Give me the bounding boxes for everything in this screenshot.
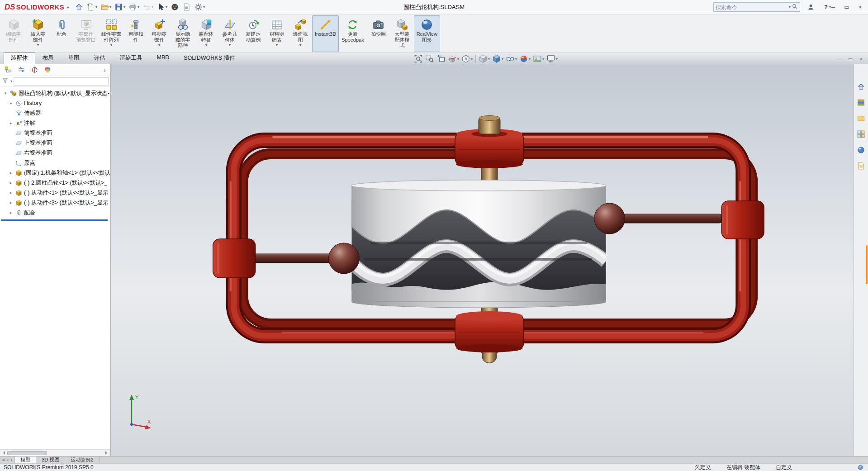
open-icon[interactable]: ▾ (100, 2, 112, 12)
zoom-to-fit-icon[interactable] (413, 54, 424, 64)
ribbon-button-new-motion-study[interactable]: 新建运 动算例 (242, 15, 265, 52)
ribbon-button-bom[interactable]: 材料明 细表▾ (265, 15, 289, 52)
view-palette-icon[interactable] (857, 130, 865, 138)
tree-item[interactable]: ▸(-) 从动件<1> (默认<<默认>_显示 (0, 188, 110, 198)
flyout-expand-icon[interactable]: › (104, 67, 106, 74)
tree-item[interactable]: 原点 (0, 158, 110, 168)
tree-item[interactable]: ▸(-) 从动件<3> (默认<<默认>_显示 (0, 198, 110, 208)
document-close-button[interactable]: × (857, 55, 865, 62)
document-tab-2[interactable]: 运动算例2 (65, 457, 99, 463)
featuremanager-tab[interactable] (5, 66, 12, 74)
file-explorer-icon[interactable] (857, 114, 865, 123)
view-orientation-icon[interactable]: ▾ (478, 54, 491, 64)
ribbon-button-large-assembly-mode[interactable]: 大型装 配体模 式 (390, 15, 414, 52)
expand-arrow-icon[interactable]: ▸ (8, 121, 14, 125)
view-settings-icon[interactable]: ▾ (545, 54, 559, 64)
ribbon-button-smart-fasteners[interactable]: 智能扣 件 (124, 15, 147, 52)
command-tab-2[interactable]: 草图 (61, 52, 87, 64)
customize-button[interactable]: 自定义 (776, 464, 792, 471)
tree-item[interactable]: ▸History (0, 98, 110, 108)
annotation-views-icon[interactable]: A▾ (460, 54, 474, 64)
zoom-to-area-icon[interactable] (424, 54, 435, 64)
print-icon[interactable]: ▾ (128, 2, 140, 12)
tree-item[interactable]: ▸(-) 2.圆柱凸轮<1> (默认<<默认>_ (0, 178, 110, 188)
collar-left[interactable] (213, 239, 256, 278)
command-search[interactable]: ▾ (713, 2, 800, 12)
restore-button[interactable]: ▭ (841, 2, 853, 12)
filter-caret-icon[interactable]: ▾ (10, 79, 12, 83)
design-library-icon[interactable] (857, 98, 865, 107)
ribbon-button-assembly-features[interactable]: 装配体 特征▾ (194, 15, 218, 52)
command-tab-0[interactable]: 装配体 (4, 52, 35, 64)
expand-arrow-icon[interactable]: ▸ (8, 200, 14, 205)
options-gear-icon[interactable]: ▾ (193, 2, 206, 12)
expand-arrow-icon[interactable]: ▸ (8, 171, 14, 175)
hide-show-items-icon[interactable]: ▾ (505, 54, 518, 64)
collar-right[interactable] (721, 201, 764, 239)
tree-item[interactable]: ▸(固定) 1.机架和轴<1> (默认<<默认 (0, 168, 110, 178)
scroll-left-icon[interactable] (1, 451, 5, 455)
ribbon-button-exploded-view[interactable]: 爆炸视 图▾ (289, 15, 312, 52)
document-tab-scroll-left-icon[interactable]: ‹ (7, 457, 9, 462)
follower-left[interactable] (249, 243, 360, 274)
close-button[interactable]: × (854, 2, 866, 12)
edit-appearance-icon[interactable]: ▾ (518, 54, 531, 64)
minimize-button[interactable]: ─ (827, 2, 839, 12)
ribbon-button-realview[interactable]: RealView 图形 (414, 15, 440, 52)
tree-item[interactable]: ▸配合 (0, 208, 110, 218)
ribbon-button-insert-component[interactable]: 插入零 部件▾ (26, 15, 50, 52)
document-tab-0[interactable]: 模型 (15, 457, 36, 463)
previous-view-icon[interactable] (436, 54, 446, 64)
toolbar-expand-arrow-icon[interactable]: ▸ (67, 5, 69, 10)
rebuild-icon[interactable] (170, 2, 180, 12)
follower-right[interactable] (594, 203, 724, 234)
home-icon[interactable] (74, 2, 84, 12)
propertymanager-tab[interactable] (18, 66, 25, 74)
tree-item[interactable]: ▸A注解 (0, 118, 110, 128)
ribbon-button-linear-pattern[interactable]: 线性零部 件阵列▾ (99, 15, 124, 52)
user-icon[interactable] (807, 3, 815, 11)
save-icon[interactable]: ▾ (114, 2, 126, 12)
search-input[interactable] (716, 4, 787, 10)
file-properties-icon[interactable] (181, 2, 192, 12)
command-tab-5[interactable]: MBD (150, 52, 177, 64)
globe-icon[interactable] (857, 464, 863, 471)
tree-root[interactable]: ▾圆柱凸轮机构 (默认<默认_显示状态-1> (0, 88, 110, 98)
task-pane-accent[interactable] (866, 245, 868, 284)
expand-arrow-icon[interactable]: ▸ (8, 181, 14, 185)
expand-arrow-icon[interactable]: ▾ (3, 91, 8, 95)
scroll-right-icon[interactable] (105, 451, 109, 455)
collar-top[interactable] (455, 129, 524, 168)
document-tab-1[interactable]: 3D 视图 (36, 457, 65, 463)
appearances-scenes-icon[interactable] (857, 146, 865, 154)
expand-arrow-icon[interactable]: ▸ (8, 210, 14, 215)
tree-item[interactable]: 传感器 (0, 108, 110, 118)
home-tab-icon[interactable] (857, 82, 865, 91)
command-tab-6[interactable]: SOLIDWORKS 插件 (176, 52, 242, 64)
document-tab-scroll-right-icon[interactable]: › (11, 457, 12, 462)
graphics-area[interactable]: Y X (111, 64, 854, 456)
ribbon-button-reference-geometry[interactable]: 参考几 何体▾ (218, 15, 242, 52)
ribbon-button-take-snapshot[interactable]: 拍快照 (367, 15, 390, 52)
document-tab-scroll-first-icon[interactable]: « (2, 457, 5, 462)
apply-scene-icon[interactable]: ▾ (532, 54, 545, 64)
tree-item[interactable]: 右视基准面 (0, 148, 110, 158)
ribbon-button-mate[interactable]: 配合 (50, 15, 73, 52)
filter-icon[interactable] (2, 77, 9, 86)
custom-properties-icon[interactable] (857, 162, 865, 170)
shaft-top-nut[interactable] (479, 116, 500, 134)
collar-bottom[interactable] (455, 311, 524, 352)
rollback-bar[interactable] (1, 219, 108, 221)
display-style-icon[interactable]: ▾ (491, 54, 504, 64)
cam-mechanism-model[interactable] (111, 64, 854, 456)
scrollbar-thumb[interactable] (7, 451, 47, 455)
tree-item[interactable]: 上视基准面 (0, 138, 110, 148)
new-document-icon[interactable]: ▾ (85, 2, 98, 12)
document-minimize-button[interactable]: ─ (835, 55, 844, 62)
tree-filter-input[interactable] (14, 77, 109, 86)
tree-item[interactable]: 前视基准面 (0, 128, 110, 138)
command-tab-3[interactable]: 评估 (87, 52, 113, 64)
select-arrow-icon[interactable]: ▾ (156, 2, 168, 12)
displaymanager-tab[interactable] (44, 66, 52, 74)
panel-horizontal-scrollbar[interactable] (0, 449, 110, 456)
